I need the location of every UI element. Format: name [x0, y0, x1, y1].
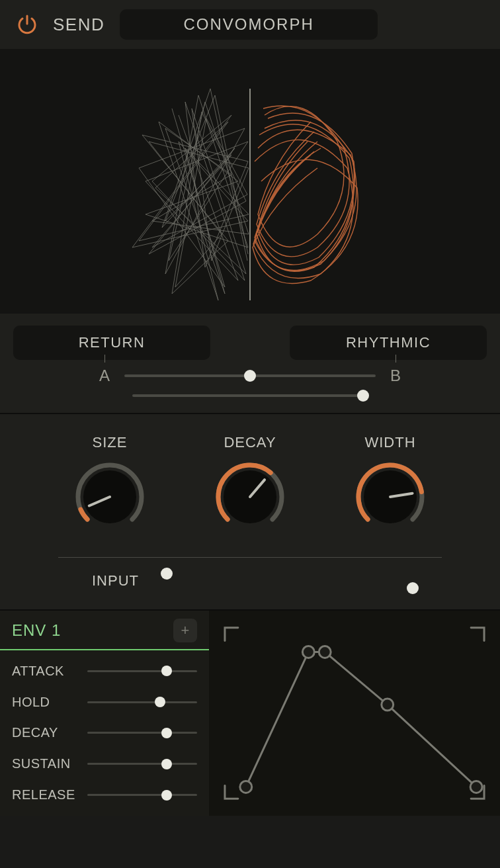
envelope-panel: ENV 1 + ATTACK HOLD DECAY SUSTAIN RELEAS…	[0, 611, 209, 816]
env-param-label: ATTACK	[12, 664, 78, 679]
size-knob[interactable]	[73, 460, 146, 533]
env-param-slider-sustain[interactable]	[87, 763, 197, 765]
env-param-release: RELEASE	[12, 787, 197, 803]
env-param-label: SUSTAIN	[12, 756, 78, 771]
svg-point-11	[470, 781, 482, 793]
power-button[interactable]	[15, 12, 40, 37]
plus-icon: +	[181, 622, 190, 639]
size-label: SIZE	[93, 434, 128, 451]
power-icon	[16, 13, 38, 36]
env-param-slider-decay[interactable]	[87, 732, 197, 734]
decay-knob[interactable]	[214, 460, 286, 533]
knob-section-divider	[58, 557, 442, 558]
morph-preset-b[interactable]: RHYTHMIC	[290, 326, 487, 360]
morph-ab-slider[interactable]	[124, 374, 376, 377]
input-label: INPUT	[79, 572, 139, 589]
envelope-add-button[interactable]: +	[173, 619, 197, 642]
width-knob[interactable]	[354, 460, 427, 533]
env-param-sustain: SUSTAIN	[12, 756, 197, 771]
envelope-section: ENV 1 + ATTACK HOLD DECAY SUSTAIN RELEAS…	[0, 611, 500, 816]
env-param-hold: HOLD	[12, 695, 197, 710]
env-param-decay: DECAY	[12, 725, 197, 740]
decay-label: DECAY	[224, 434, 276, 451]
header-bar: SEND CONVOMORPH	[0, 0, 500, 49]
mode-label[interactable]: SEND	[53, 15, 104, 35]
preset-selector[interactable]: CONVOMORPH	[120, 9, 378, 40]
env-param-slider-attack[interactable]	[87, 670, 197, 672]
knob-section: SIZE DECAY WIDTH INPUT	[0, 414, 500, 611]
svg-point-8	[302, 646, 314, 658]
env-param-slider-hold[interactable]	[87, 701, 197, 703]
env-param-label: HOLD	[12, 695, 78, 710]
width-label: WIDTH	[364, 434, 415, 451]
morph-mix-slider[interactable]	[132, 394, 368, 397]
morph-b-label: B	[388, 367, 403, 385]
env-param-slider-release[interactable]	[87, 794, 197, 796]
morph-preset-a[interactable]: RETURN	[13, 326, 210, 360]
env-param-attack: ATTACK	[12, 664, 197, 679]
envelope-graph[interactable]	[209, 611, 500, 816]
svg-point-9	[319, 646, 331, 658]
envelope-param-list: ATTACK HOLD DECAY SUSTAIN RELEASE	[0, 650, 209, 816]
morph-a-label: A	[97, 367, 112, 385]
morph-section: RETURN RHYTHMIC A B	[0, 314, 500, 414]
svg-point-10	[382, 699, 394, 711]
env-param-label: DECAY	[12, 725, 78, 740]
visualizer-canvas	[0, 49, 500, 314]
envelope-title[interactable]: ENV 1	[12, 621, 61, 640]
svg-point-7	[240, 781, 252, 793]
env-param-label: RELEASE	[12, 787, 78, 803]
